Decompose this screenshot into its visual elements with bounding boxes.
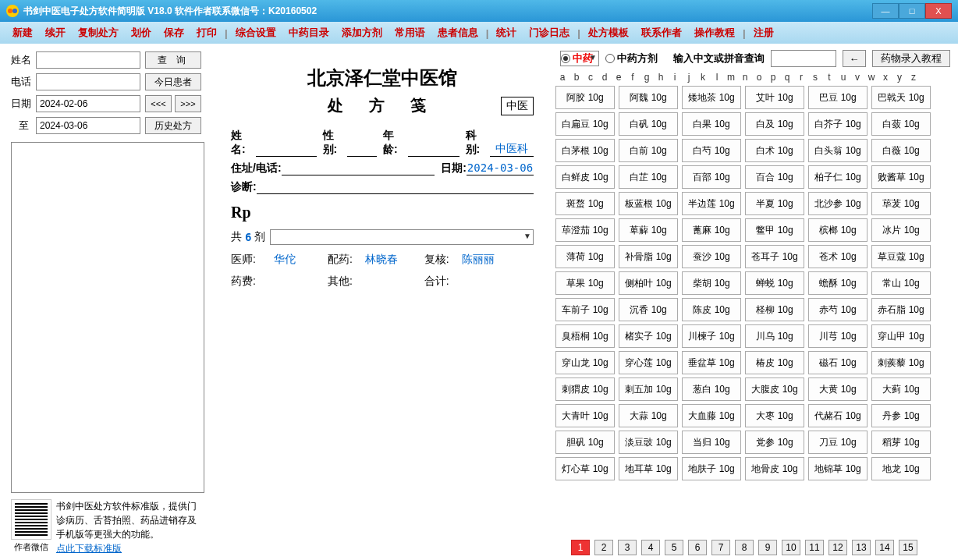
menu-item[interactable]: 添加方剂 <box>335 26 389 40</box>
total-count[interactable]: 6 <box>245 231 251 243</box>
herb-button[interactable]: 白果 10g <box>682 112 741 136</box>
page-button[interactable]: 4 <box>641 540 660 555</box>
herb-button[interactable]: 大血藤 10g <box>682 404 741 427</box>
herb-button[interactable]: 白茅根 10g <box>555 139 615 162</box>
herb-button[interactable]: 槟榔 10g <box>808 218 868 242</box>
herb-button[interactable]: 蓖麻 10g <box>682 218 741 242</box>
herb-button[interactable]: 百合 10g <box>745 165 804 189</box>
herb-button[interactable]: 北沙参 10g <box>808 192 868 215</box>
herb-button[interactable]: 地锦草 10g <box>808 457 868 480</box>
menu-item[interactable]: 划价 <box>125 26 158 40</box>
herb-button[interactable]: 川乌 10g <box>745 324 804 348</box>
rx-name-field[interactable] <box>256 143 317 157</box>
menu-item[interactable]: 中药目录 <box>282 26 335 40</box>
herb-button[interactable]: 薄荷 10g <box>555 245 615 268</box>
today-button[interactable]: 今日患者 <box>145 73 201 90</box>
herb-button[interactable]: 荜茇 10g <box>871 192 931 215</box>
herb-button[interactable]: 川芎 10g <box>808 324 868 348</box>
alpha-letter[interactable]: q <box>780 72 794 83</box>
page-button[interactable]: 14 <box>875 540 894 555</box>
herb-search-input[interactable] <box>771 50 836 67</box>
herb-button[interactable]: 胆矾 10g <box>555 431 615 454</box>
herb-button[interactable]: 臭梧桐 10g <box>555 324 615 348</box>
herb-button[interactable]: 穿心莲 10g <box>619 351 678 374</box>
herb-button[interactable]: 柽柳 10g <box>745 298 804 321</box>
herb-button[interactable]: 板蓝根 10g <box>619 192 678 215</box>
herb-button[interactable]: 艾叶 10g <box>745 86 804 109</box>
herb-button[interactable]: 代赭石 10g <box>808 404 868 427</box>
page-button[interactable]: 12 <box>828 540 847 555</box>
herb-button[interactable]: 阿魏 10g <box>619 86 678 109</box>
herb-button[interactable]: 刺蒺藜 10g <box>871 351 931 374</box>
query-button[interactable]: 查 询 <box>145 51 201 69</box>
alpha-letter[interactable]: v <box>850 72 864 83</box>
page-button[interactable]: 7 <box>711 540 730 555</box>
herb-button[interactable]: 丹参 10g <box>871 404 931 427</box>
herb-button[interactable]: 川楝子 10g <box>682 324 741 348</box>
page-button[interactable]: 3 <box>618 540 637 555</box>
herb-button[interactable]: 地肤子 10g <box>682 457 741 480</box>
herb-button[interactable]: 矮地茶 10g <box>682 86 741 109</box>
close-button[interactable]: X <box>925 3 952 19</box>
herb-button[interactable]: 赤石脂 10g <box>871 298 931 321</box>
alpha-letter[interactable]: w <box>864 72 878 83</box>
herb-button[interactable]: 草果 10g <box>555 271 615 295</box>
alpha-letter[interactable]: y <box>892 72 907 83</box>
herb-button[interactable]: 刺猬皮 10g <box>555 377 615 401</box>
menu-item[interactable]: 联系作者 <box>635 26 688 40</box>
herb-button[interactable]: 白鲜皮 10g <box>555 165 615 189</box>
rx-diag-field[interactable] <box>257 180 534 194</box>
menu-item[interactable]: 患者信息 <box>431 26 484 40</box>
herb-button[interactable]: 白芍 10g <box>682 139 741 162</box>
alpha-letter[interactable]: e <box>612 72 626 83</box>
herb-button[interactable]: 大腹皮 10g <box>745 377 804 401</box>
menu-item[interactable]: 打印 <box>190 26 223 40</box>
herb-button[interactable]: 百部 10g <box>682 165 741 189</box>
herb-button[interactable]: 巴戟天 10g <box>871 86 931 109</box>
alpha-letter[interactable]: f <box>626 72 640 83</box>
herb-button[interactable]: 斑蝥 10g <box>555 192 615 215</box>
herb-button[interactable]: 地耳草 10g <box>619 457 678 480</box>
herb-button[interactable]: 车前子 10g <box>555 298 615 321</box>
page-button[interactable]: 2 <box>594 540 613 555</box>
patient-list[interactable] <box>11 142 204 493</box>
radio-formula[interactable]: 中药方剂 <box>605 51 658 66</box>
herb-button[interactable]: 大蒜 10g <box>619 404 678 427</box>
name-input[interactable] <box>36 51 140 69</box>
herb-button[interactable]: 苍耳子 10g <box>745 245 804 268</box>
herb-button[interactable]: 白及 10g <box>745 112 804 136</box>
date-next-button[interactable]: >>> <box>175 95 201 112</box>
menu-item[interactable]: 处方模板 <box>582 26 635 40</box>
alpha-letter[interactable]: t <box>822 72 836 83</box>
search-clear-button[interactable]: ← <box>843 50 866 67</box>
herb-button[interactable]: 半边莲 10g <box>682 192 741 215</box>
alpha-letter[interactable]: o <box>752 72 766 83</box>
date-prev-button[interactable]: <<< <box>145 95 172 112</box>
herb-button[interactable]: 灯心草 10g <box>555 457 615 480</box>
menu-item[interactable]: 操作教程 <box>688 26 741 40</box>
herb-button[interactable]: 白矾 10g <box>619 112 678 136</box>
history-button[interactable]: 历史处方 <box>145 117 201 134</box>
herb-button[interactable]: 刺五加 10g <box>619 377 678 401</box>
herb-button[interactable]: 淡豆豉 10g <box>619 431 678 454</box>
herb-button[interactable]: 补骨脂 10g <box>619 245 678 268</box>
page-button[interactable]: 11 <box>805 540 824 555</box>
herb-button[interactable]: 常山 10g <box>871 271 931 295</box>
radio-herb[interactable]: 中药 <box>560 51 599 66</box>
menu-item[interactable]: 新建 <box>6 26 39 40</box>
herb-button[interactable]: 大青叶 10g <box>555 404 615 427</box>
herb-button[interactable]: 大蓟 10g <box>871 377 931 401</box>
herb-button[interactable]: 椿皮 10g <box>745 351 804 374</box>
alpha-letter[interactable]: s <box>808 72 822 83</box>
herb-button[interactable]: 冰片 10g <box>871 218 931 242</box>
alpha-letter[interactable]: i <box>668 72 682 83</box>
herb-button[interactable]: 白术 10g <box>745 139 804 162</box>
page-button[interactable]: 1 <box>571 540 590 555</box>
alpha-letter[interactable]: g <box>640 72 654 83</box>
herb-button[interactable]: 巴豆 10g <box>808 86 868 109</box>
alpha-letter[interactable]: j <box>682 72 696 83</box>
herb-button[interactable]: 柴胡 10g <box>682 271 741 295</box>
herb-button[interactable]: 白芥子 10g <box>808 112 868 136</box>
herb-button[interactable]: 葱白 10g <box>682 377 741 401</box>
herb-button[interactable]: 草豆蔻 10g <box>871 245 931 268</box>
